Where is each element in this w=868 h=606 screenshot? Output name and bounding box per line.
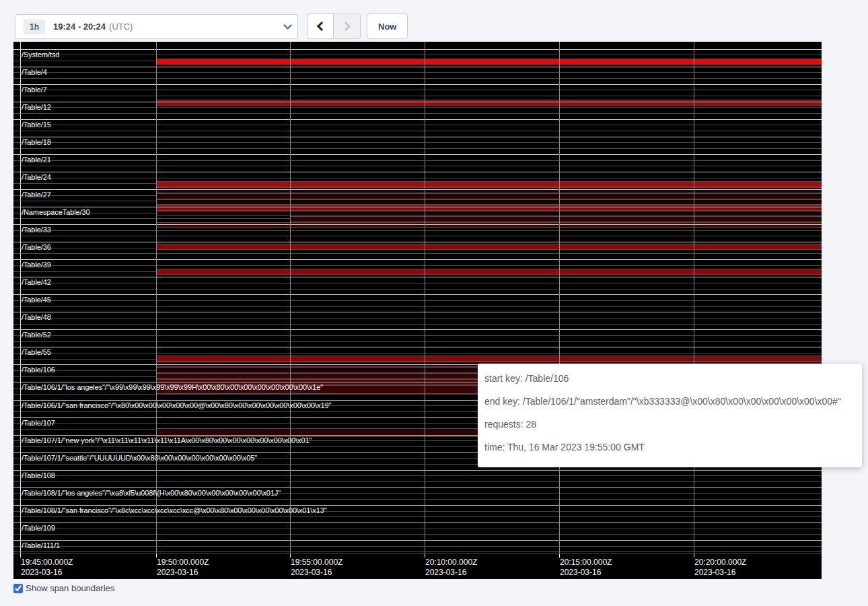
heatmap-band: [156, 244, 822, 250]
now-button[interactable]: Now: [367, 13, 408, 39]
span-boundary-line: [13, 55, 822, 55]
span-boundary-line: [13, 551, 822, 552]
key-span-label: /Table/15: [22, 121, 51, 129]
span-boundary-line: [13, 283, 822, 283]
time-range-text: 19:24 - 20:24: [53, 22, 106, 32]
key-span-label: /Table/108/1/"los angeles"/"\xa8\xf5\u00…: [22, 489, 281, 498]
tooltip-start-key: start key: /Table/106: [484, 372, 855, 385]
time-tick-label: 20:15:00.000Z2023-03-16: [560, 558, 612, 578]
span-boundary-line: [13, 475, 822, 476]
key-span-boundary-line: [13, 470, 822, 471]
span-boundary-line: [13, 131, 822, 131]
heatmap-tooltip: start key: /Table/106 end key: /Table/10…: [478, 364, 862, 467]
heatmap-band: [156, 59, 822, 65]
heatmap-plot-area[interactable]: /System/tsd/Table/4/Table/7/Table/12/Tab…: [13, 42, 822, 553]
time-gridline: [559, 42, 560, 553]
key-span-label: /Table/108/1/"san francisco"/"\x8c\xcc\x…: [22, 506, 327, 515]
key-span-label: /Table/7: [22, 86, 47, 94]
key-span-boundary-line: [13, 523, 822, 523]
key-span-boundary-line: [13, 207, 822, 207]
key-span-label: /Table/107/1/"new york"/"\x11\x11\x11\x1…: [22, 436, 312, 445]
key-span-label: /Table/55: [22, 348, 51, 357]
heatmap-band: [156, 211, 822, 216]
key-span-label: /Table/39: [22, 261, 51, 269]
span-boundary-line: [13, 125, 822, 125]
key-span-label: /Table/106/1/"los angeles"/"\x99\x99\x99…: [22, 383, 323, 392]
show-span-boundaries-label[interactable]: Show span boundaries: [26, 583, 114, 593]
key-span-boundary-line: [13, 329, 822, 330]
span-boundary-line: [13, 335, 822, 336]
span-boundary-line: [13, 534, 822, 535]
time-gridline: [290, 42, 291, 553]
key-span-label: /Table/106: [22, 366, 55, 374]
span-boundary-line: [13, 481, 822, 482]
key-span-boundary-line: [13, 102, 822, 102]
key-span-label: /NamespaceTable/30: [22, 208, 90, 217]
heatmap-band: [156, 187, 822, 193]
key-span-label: /Table/4: [22, 68, 47, 77]
span-boundary-line: [13, 341, 822, 342]
key-span-boundary-line: [13, 172, 822, 172]
span-boundary-line: [13, 90, 822, 90]
key-span-boundary-line: [13, 67, 822, 67]
key-span-label: /Table/106/1/"san francisco"/"\x80\x00\x…: [22, 401, 331, 410]
time-tick-label: 20:10:00.000Z2023-03-16: [425, 558, 477, 578]
key-span-label: /Table/18: [22, 138, 51, 147]
chevron-right-icon: [340, 22, 350, 31]
span-boundary-line: [13, 546, 822, 547]
key-span-boundary-line: [13, 487, 822, 488]
toolbar: 1h 19:24 - 20:24 (UTC) Now: [0, 0, 868, 42]
span-boundary-line: [13, 166, 822, 166]
heatmap-band: [156, 100, 822, 106]
span-boundary-line: [13, 230, 822, 231]
heatmap-band: [156, 181, 822, 187]
span-boundary-line: [13, 142, 822, 143]
key-span-boundary-line: [13, 224, 822, 225]
time-axis: 19:45:00.000Z2023-03-1619:50:00.000Z2023…: [13, 553, 822, 579]
duration-badge: 1h: [24, 20, 45, 34]
tooltip-end-key: end key: /Table/106/1/"amsterdam"/"\xb33…: [484, 395, 855, 408]
time-range-selector[interactable]: 1h 19:24 - 20:24 (UTC): [15, 14, 298, 39]
span-boundary-line: [13, 178, 822, 178]
next-interval-button[interactable]: [334, 13, 361, 39]
span-boundary-line: [13, 72, 822, 73]
show-span-boundaries-checkbox[interactable]: [13, 584, 23, 593]
key-span-label: /Table/109: [22, 524, 55, 533]
heatmap-band: [156, 269, 822, 275]
chevron-left-icon: [317, 22, 326, 31]
span-boundary-line: [13, 148, 822, 149]
key-span-boundary-line: [13, 259, 822, 260]
heatmap-band: [156, 222, 822, 228]
time-tick-label: 19:45:00.000Z2023-03-16: [21, 558, 73, 578]
tooltip-time: time: Thu, 16 Mar 2023 19:55:00 GMT: [484, 440, 855, 454]
span-boundary-line: [13, 265, 822, 266]
time-gridline: [20, 42, 21, 553]
key-span-boundary-line: [13, 347, 822, 347]
span-boundary-line: [13, 529, 822, 529]
chevron-down-icon: [283, 21, 292, 30]
key-span-label: /Table/111/1: [22, 541, 60, 550]
key-span-boundary-line: [13, 49, 822, 50]
span-boundary-line: [13, 113, 822, 114]
key-span-label: /Table/12: [22, 103, 51, 112]
previous-interval-button[interactable]: [307, 13, 334, 39]
span-boundary-line: [13, 353, 822, 354]
key-span-boundary-line: [13, 312, 822, 312]
time-gridline: [694, 42, 694, 553]
key-span-label: /Table/42: [22, 278, 51, 287]
footer-controls: Show span boundaries: [13, 583, 114, 593]
time-tick-label: 20:20:00.000Z2023-03-16: [694, 558, 746, 578]
time-gridline: [425, 42, 425, 553]
time-nav-group: [307, 13, 361, 39]
heatmap-band: [156, 205, 822, 211]
span-boundary-line: [13, 253, 822, 254]
span-boundary-line: [13, 289, 822, 290]
key-visualizer-heatmap[interactable]: /System/tsd/Table/4/Table/7/Table/12/Tab…: [13, 42, 822, 579]
key-span-label: /Table/27: [22, 191, 51, 199]
span-boundary-line: [13, 324, 822, 325]
heatmap-band: [156, 356, 822, 362]
span-boundary-line: [13, 516, 822, 517]
span-boundary-line: [13, 78, 822, 79]
key-span-boundary-line: [13, 119, 822, 120]
key-span-boundary-line: [13, 189, 822, 190]
